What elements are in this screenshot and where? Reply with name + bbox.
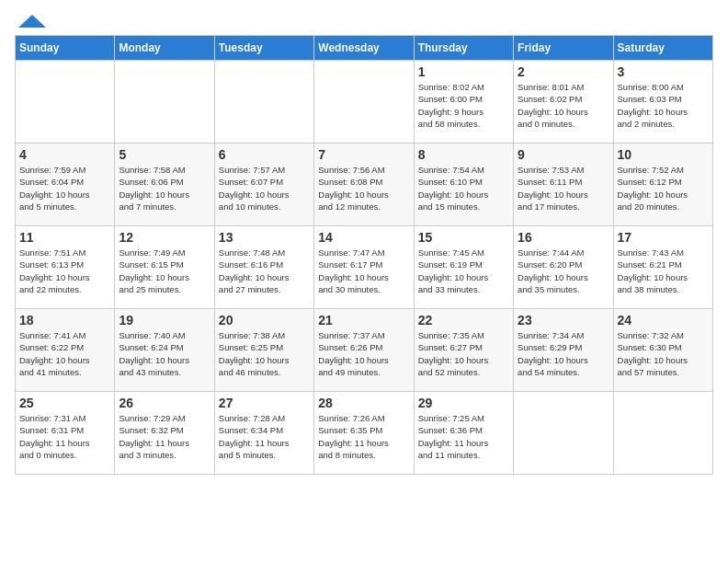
cell-info: Sunrise: 7:25 AM Sunset: 6:36 PM Dayligh… [418,412,509,461]
svg-marker-0 [18,15,46,28]
cell-info: Sunrise: 7:59 AM Sunset: 6:04 PM Dayligh… [19,164,110,213]
calendar-cell: 2Sunrise: 8:01 AM Sunset: 6:02 PM Daylig… [514,61,613,144]
calendar-cell: 27Sunrise: 7:28 AM Sunset: 6:34 PM Dayli… [214,392,313,475]
column-header-sunday: Sunday [16,36,115,61]
day-number: 18 [19,313,110,327]
cell-info: Sunrise: 7:51 AM Sunset: 6:13 PM Dayligh… [19,247,110,295]
day-number: 9 [518,147,609,162]
calendar-week-row: 4Sunrise: 7:59 AM Sunset: 6:04 PM Daylig… [16,144,713,226]
calendar-cell: 16Sunrise: 7:44 AM Sunset: 6:20 PM Dayli… [514,226,613,309]
cell-info: Sunrise: 7:54 AM Sunset: 6:10 PM Dayligh… [418,164,509,213]
cell-info: Sunrise: 7:53 AM Sunset: 6:11 PM Dayligh… [518,164,609,213]
day-number: 1 [418,64,509,79]
cell-info: Sunrise: 7:43 AM Sunset: 6:21 PM Dayligh… [618,247,709,295]
calendar-cell: 26Sunrise: 7:29 AM Sunset: 6:32 PM Dayli… [115,392,214,475]
day-number: 11 [19,230,110,245]
day-number: 16 [518,230,609,245]
column-header-tuesday: Tuesday [214,36,313,61]
cell-info: Sunrise: 7:48 AM Sunset: 6:16 PM Dayligh… [219,247,310,295]
cell-info: Sunrise: 7:41 AM Sunset: 6:22 PM Dayligh… [19,329,110,378]
calendar-cell [514,392,613,475]
day-number: 2 [518,64,609,79]
calendar-week-row: 11Sunrise: 7:51 AM Sunset: 6:13 PM Dayli… [16,226,713,309]
calendar-cell: 7Sunrise: 7:56 AM Sunset: 6:08 PM Daylig… [314,144,414,226]
cell-info: Sunrise: 7:58 AM Sunset: 6:06 PM Dayligh… [119,164,210,213]
calendar-cell: 22Sunrise: 7:35 AM Sunset: 6:27 PM Dayli… [414,309,513,392]
day-number: 5 [119,147,210,162]
calendar-cell [16,61,115,144]
calendar-cell: 8Sunrise: 7:54 AM Sunset: 6:10 PM Daylig… [414,144,513,226]
cell-info: Sunrise: 8:01 AM Sunset: 6:02 PM Dayligh… [518,81,609,130]
column-header-thursday: Thursday [414,36,513,61]
calendar-cell: 6Sunrise: 7:57 AM Sunset: 6:07 PM Daylig… [214,144,313,226]
calendar-cell [613,392,712,475]
cell-info: Sunrise: 7:37 AM Sunset: 6:26 PM Dayligh… [318,329,409,378]
cell-info: Sunrise: 8:00 AM Sunset: 6:03 PM Dayligh… [618,81,709,130]
day-number: 12 [119,230,210,245]
day-number: 29 [418,396,509,410]
cell-info: Sunrise: 7:49 AM Sunset: 6:15 PM Dayligh… [119,247,210,295]
day-number: 6 [219,147,310,162]
cell-info: Sunrise: 7:28 AM Sunset: 6:34 PM Dayligh… [219,412,310,461]
cell-info: Sunrise: 7:45 AM Sunset: 6:19 PM Dayligh… [418,247,509,295]
cell-info: Sunrise: 7:35 AM Sunset: 6:27 PM Dayligh… [418,329,509,378]
cell-info: Sunrise: 7:29 AM Sunset: 6:32 PM Dayligh… [119,412,210,461]
day-number: 22 [418,313,509,327]
column-header-saturday: Saturday [613,36,712,61]
logo [15,15,46,28]
calendar-table: SundayMondayTuesdayWednesdayThursdayFrid… [15,35,713,475]
day-number: 13 [219,230,310,245]
calendar-cell [115,61,214,144]
cell-info: Sunrise: 7:44 AM Sunset: 6:20 PM Dayligh… [518,247,609,295]
calendar-cell: 25Sunrise: 7:31 AM Sunset: 6:31 PM Dayli… [16,392,115,475]
calendar-cell: 3Sunrise: 8:00 AM Sunset: 6:03 PM Daylig… [613,61,712,144]
cell-info: Sunrise: 7:52 AM Sunset: 6:12 PM Dayligh… [618,164,709,213]
cell-info: Sunrise: 7:56 AM Sunset: 6:08 PM Dayligh… [318,164,409,213]
logo-icon [18,15,46,28]
calendar-cell: 18Sunrise: 7:41 AM Sunset: 6:22 PM Dayli… [16,309,115,392]
calendar-cell: 23Sunrise: 7:34 AM Sunset: 6:29 PM Dayli… [514,309,613,392]
day-number: 14 [318,230,409,245]
cell-info: Sunrise: 7:31 AM Sunset: 6:31 PM Dayligh… [19,412,110,461]
calendar-cell [214,61,313,144]
calendar-cell: 9Sunrise: 7:53 AM Sunset: 6:11 PM Daylig… [514,144,613,226]
calendar-week-row: 1Sunrise: 8:02 AM Sunset: 6:00 PM Daylig… [16,61,713,144]
cell-info: Sunrise: 8:02 AM Sunset: 6:00 PM Dayligh… [418,81,509,130]
day-number: 24 [618,313,709,327]
cell-info: Sunrise: 7:57 AM Sunset: 6:07 PM Dayligh… [219,164,310,213]
calendar-cell: 29Sunrise: 7:25 AM Sunset: 6:36 PM Dayli… [414,392,513,475]
calendar-header-row: SundayMondayTuesdayWednesdayThursdayFrid… [16,36,713,61]
day-number: 3 [618,64,709,79]
day-number: 19 [119,313,210,327]
calendar-cell: 10Sunrise: 7:52 AM Sunset: 6:12 PM Dayli… [613,144,712,226]
column-header-friday: Friday [514,36,613,61]
calendar-cell [314,61,414,144]
cell-info: Sunrise: 7:32 AM Sunset: 6:30 PM Dayligh… [618,329,709,378]
calendar-cell: 19Sunrise: 7:40 AM Sunset: 6:24 PM Dayli… [115,309,214,392]
calendar-cell: 12Sunrise: 7:49 AM Sunset: 6:15 PM Dayli… [115,226,214,309]
calendar-cell: 28Sunrise: 7:26 AM Sunset: 6:35 PM Dayli… [314,392,414,475]
calendar-cell: 5Sunrise: 7:58 AM Sunset: 6:06 PM Daylig… [115,144,214,226]
calendar-cell: 21Sunrise: 7:37 AM Sunset: 6:26 PM Dayli… [314,309,414,392]
cell-info: Sunrise: 7:26 AM Sunset: 6:35 PM Dayligh… [318,412,409,461]
calendar-week-row: 18Sunrise: 7:41 AM Sunset: 6:22 PM Dayli… [16,309,713,392]
day-number: 10 [618,147,709,162]
page-header [15,15,713,28]
calendar-cell: 13Sunrise: 7:48 AM Sunset: 6:16 PM Dayli… [214,226,313,309]
cell-info: Sunrise: 7:38 AM Sunset: 6:25 PM Dayligh… [219,329,310,378]
calendar-cell: 11Sunrise: 7:51 AM Sunset: 6:13 PM Dayli… [16,226,115,309]
calendar-cell: 15Sunrise: 7:45 AM Sunset: 6:19 PM Dayli… [414,226,513,309]
day-number: 20 [219,313,310,327]
day-number: 28 [318,396,409,410]
day-number: 15 [418,230,509,245]
column-header-monday: Monday [115,36,214,61]
day-number: 7 [318,147,409,162]
cell-info: Sunrise: 7:34 AM Sunset: 6:29 PM Dayligh… [518,329,609,378]
day-number: 27 [219,396,310,410]
column-header-wednesday: Wednesday [314,36,414,61]
calendar-cell: 4Sunrise: 7:59 AM Sunset: 6:04 PM Daylig… [16,144,115,226]
day-number: 21 [318,313,409,327]
calendar-cell: 20Sunrise: 7:38 AM Sunset: 6:25 PM Dayli… [214,309,313,392]
day-number: 25 [19,396,110,410]
day-number: 26 [119,396,210,410]
